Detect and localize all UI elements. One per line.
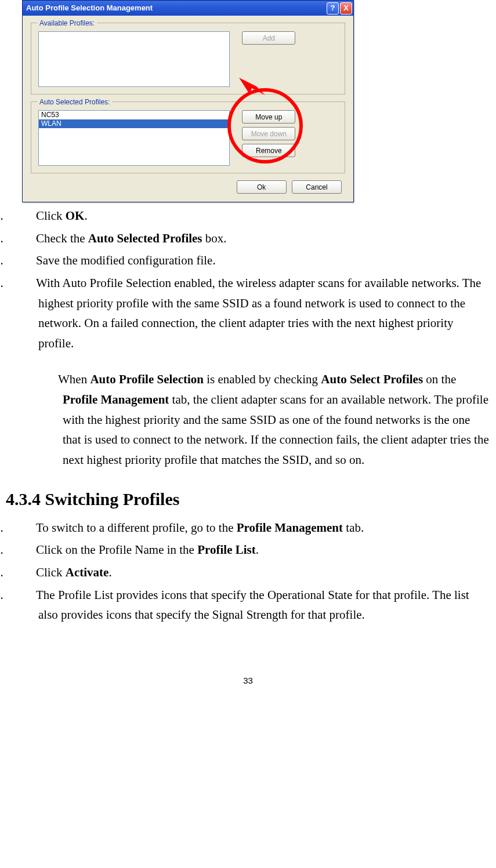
list-item: 1.To switch to a different profile, go t… [6, 518, 490, 540]
note-bold-1: Auto Profile Selection [90, 372, 204, 386]
ok-button[interactable]: Ok [237, 180, 287, 194]
note-text-1: When [58, 372, 90, 386]
step-number: 6. [16, 250, 36, 271]
step-number: 5. [16, 228, 36, 249]
section-heading: 4.3.4 Switching Profiles [6, 485, 490, 513]
step-number: 1. [16, 518, 36, 538]
step-bold: Auto Selected Profiles [88, 231, 202, 245]
move-up-button[interactable]: Move up [242, 110, 295, 124]
available-profiles-listbox[interactable] [38, 31, 230, 87]
note-bold-3: Profile Management [63, 393, 169, 406]
note-label: NOTE! [6, 369, 58, 390]
step-number: 7. [16, 273, 36, 293]
move-down-button[interactable]: Move down [242, 127, 295, 140]
page-number: 33 [6, 674, 490, 688]
step-bold: Profile Management [237, 521, 343, 535]
list-item: 2.Click on the Profile Name in the Profi… [6, 540, 490, 562]
dialog-auto-profile: Auto Profile Selection Management ? X Av… [22, 0, 354, 202]
add-button[interactable]: Add [242, 31, 295, 45]
list-item[interactable]: NC53 [39, 111, 229, 119]
group-available-profiles: Available Profiles: Add [31, 23, 345, 95]
note-text-3: on the [423, 372, 456, 386]
cancel-button[interactable]: Cancel [292, 180, 342, 194]
list-item: 7.With Auto Profile Selection enabled, t… [6, 273, 490, 356]
list-item: 3.Click Activate. [6, 562, 490, 585]
close-button[interactable]: X [340, 2, 352, 14]
note-bold-2: Auto Select Profiles [321, 372, 423, 386]
step-number: 3. [16, 562, 36, 583]
step-number: 4. [16, 585, 36, 605]
remove-button[interactable]: Remove [242, 144, 295, 157]
auto-selected-profiles-label: Auto Selected Profiles: [37, 97, 112, 108]
step-number: 2. [16, 540, 36, 560]
step-number: 4. [16, 206, 36, 226]
list-item: 6.Save the modified configuration file. [6, 250, 490, 273]
note-block: NOTE!When Auto Profile Selection is enab… [6, 369, 490, 470]
auto-selected-profiles-listbox[interactable]: NC53WLAN [38, 110, 230, 166]
step-bold: Activate [66, 565, 109, 579]
dialog-titlebar[interactable]: Auto Profile Selection Management ? X [23, 1, 353, 16]
note-text-2: is enabled by checking [204, 372, 321, 386]
step-bold: OK [66, 209, 85, 223]
step-bold: Profile List [197, 543, 256, 557]
help-button[interactable]: ? [327, 2, 339, 14]
list-item[interactable]: WLAN [39, 119, 229, 128]
available-profiles-label: Available Profiles: [37, 18, 97, 29]
list-item: 5.Check the Auto Selected Profiles box. [6, 228, 490, 251]
list-item: 4.Click OK. [6, 206, 490, 228]
dialog-title: Auto Profile Selection Management [26, 2, 153, 14]
list-item: 4.The Profile List provides icons that s… [6, 585, 490, 627]
group-auto-selected-profiles: Auto Selected Profiles: NC53WLAN Move up… [31, 101, 345, 173]
steps-list-a: 4.Click OK.5.Check the Auto Selected Pro… [6, 206, 490, 355]
steps-list-b: 1.To switch to a different profile, go t… [6, 518, 490, 627]
